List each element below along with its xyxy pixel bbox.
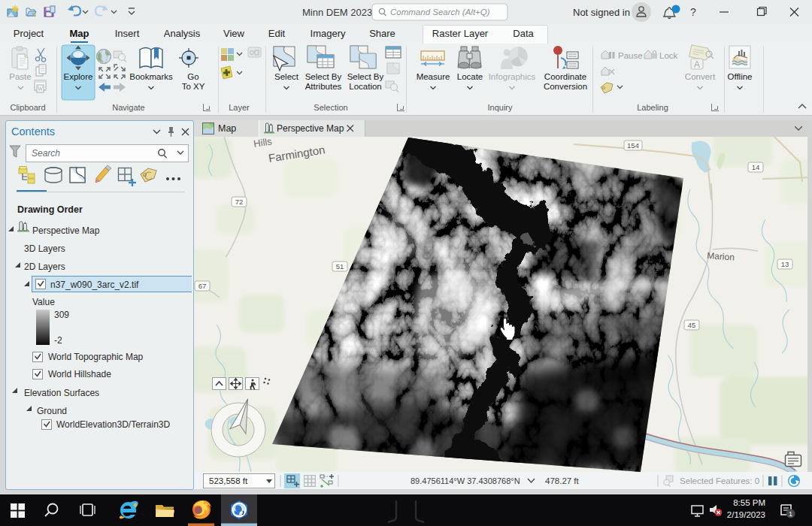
svg-text:Explore: Explore [64, 72, 93, 81]
svg-text:51: 51 [336, 262, 344, 271]
svg-text:?: ? [690, 6, 696, 18]
svg-text:Ground: Ground [37, 406, 67, 416]
svg-text:n37_w090_3arc_v2.tif: n37_w090_3arc_v2.tif [50, 280, 139, 290]
svg-text:Coordinate: Coordinate [544, 72, 586, 81]
svg-text:Conversion: Conversion [544, 82, 587, 91]
svg-text:-2: -2 [54, 335, 62, 346]
svg-text:Value: Value [32, 297, 55, 307]
svg-text:Contents: Contents [11, 125, 55, 138]
svg-text:Convert: Convert [685, 72, 716, 81]
svg-text:Select By: Select By [305, 72, 342, 81]
svg-text:Offline: Offline [727, 72, 752, 81]
svg-text:45: 45 [688, 321, 696, 329]
svg-text:World Topographic Map: World Topographic Map [48, 352, 144, 362]
svg-text:Lock: Lock [659, 51, 678, 60]
svg-text:Command Search (Alt+Q): Command Search (Alt+Q) [390, 8, 490, 17]
svg-text:8:55 PM: 8:55 PM [733, 498, 765, 507]
svg-text:478.27 ft: 478.27 ft [545, 476, 580, 485]
svg-text:Marion: Marion [707, 250, 735, 263]
svg-text:72: 72 [235, 198, 244, 206]
svg-text:523,558 ft: 523,558 ft [209, 476, 248, 485]
svg-text:Go: Go [187, 72, 198, 81]
svg-text:Perspective Map: Perspective Map [32, 225, 100, 236]
svg-text:Pause: Pause [618, 51, 643, 60]
svg-text:89.4756114°W 37.4308768°N: 89.4756114°W 37.4308768°N [411, 476, 520, 485]
svg-text:309: 309 [54, 310, 69, 320]
svg-text:Not signed in: Not signed in [573, 7, 630, 18]
svg-text:1: 1 [789, 510, 792, 518]
svg-text:Select: Select [274, 72, 299, 81]
svg-text:Bookmarks: Bookmarks [129, 72, 173, 81]
svg-text:Minn DEM 2023: Minn DEM 2023 [302, 7, 372, 18]
svg-text:To XY: To XY [182, 82, 205, 91]
svg-text:Attributes: Attributes [305, 82, 342, 91]
svg-text:Elevation Surfaces: Elevation Surfaces [24, 388, 99, 398]
svg-text:2D Layers: 2D Layers [24, 261, 65, 272]
svg-text:Drawing Order: Drawing Order [17, 204, 83, 215]
svg-text:Measure: Measure [417, 72, 450, 81]
svg-text:67: 67 [198, 282, 207, 290]
svg-text:Locate: Locate [457, 72, 483, 81]
svg-text:WorldElevation3D/Terrain3D: WorldElevation3D/Terrain3D [56, 419, 171, 430]
svg-text:3D Layers: 3D Layers [24, 243, 65, 254]
svg-text:Select By: Select By [347, 72, 384, 81]
svg-text:154: 154 [627, 141, 639, 150]
svg-text:14: 14 [752, 163, 760, 171]
svg-text:2/19/2023: 2/19/2023 [727, 510, 765, 519]
svg-text:13: 13 [781, 260, 789, 268]
svg-text:Search: Search [32, 148, 60, 159]
svg-text:Location: Location [349, 82, 381, 91]
svg-text:Selected Features: 0: Selected Features: 0 [680, 476, 759, 485]
svg-text:Paste: Paste [9, 72, 31, 81]
svg-text:W: W [38, 86, 44, 92]
svg-text:A: A [694, 59, 700, 70]
svg-text:Infographics: Infographics [489, 72, 536, 81]
svg-text:World Hillshade: World Hillshade [48, 369, 111, 379]
